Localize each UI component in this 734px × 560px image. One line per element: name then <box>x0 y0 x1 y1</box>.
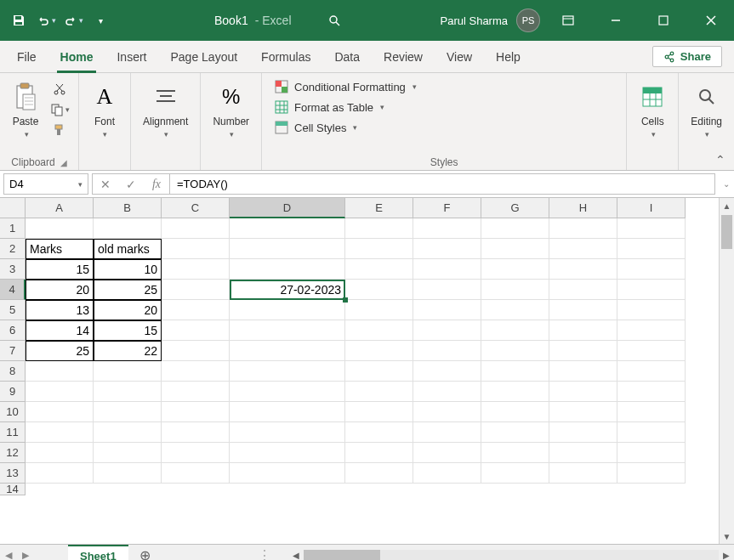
cell[interactable] <box>94 443 162 463</box>
row-header[interactable]: 10 <box>0 402 26 422</box>
cell[interactable] <box>162 361 230 382</box>
cell[interactable] <box>345 239 413 259</box>
cell[interactable] <box>617 300 686 320</box>
cell[interactable] <box>230 382 345 402</box>
tab-file[interactable]: File <box>5 41 48 73</box>
cell[interactable] <box>94 382 162 402</box>
tab-home[interactable]: Home <box>48 41 105 73</box>
cell[interactable] <box>162 402 230 422</box>
cell[interactable]: 22 <box>94 341 162 361</box>
number-button[interactable]: % Number▾ <box>208 76 254 142</box>
row-header[interactable]: 1 <box>0 218 26 239</box>
cell[interactable] <box>481 218 549 239</box>
cell[interactable] <box>413 218 481 239</box>
tab-review[interactable]: Review <box>372 41 435 73</box>
name-box[interactable]: D4 ▾ <box>3 173 88 195</box>
cell[interactable] <box>345 443 413 463</box>
cell[interactable] <box>549 422 617 443</box>
cell[interactable] <box>617 422 686 443</box>
format-as-table-button[interactable]: Format as Table▾ <box>269 97 422 117</box>
cell[interactable] <box>617 341 686 361</box>
cell[interactable] <box>481 259 549 280</box>
cell[interactable] <box>413 463 481 484</box>
qat-customize-icon[interactable]: ▾ <box>88 8 112 32</box>
cell[interactable] <box>345 320 413 341</box>
tab-help[interactable]: Help <box>484 41 532 73</box>
cell[interactable] <box>230 300 345 320</box>
enter-formula-icon[interactable]: ✓ <box>118 174 144 194</box>
cell[interactable] <box>26 422 94 443</box>
cell[interactable] <box>162 341 230 361</box>
cell[interactable] <box>26 463 94 484</box>
cell[interactable] <box>549 361 617 382</box>
cell[interactable] <box>617 402 686 422</box>
row-header[interactable]: 6 <box>0 320 26 341</box>
cell[interactable] <box>413 361 481 382</box>
cell[interactable]: 20 <box>26 280 94 300</box>
format-painter-icon[interactable] <box>49 121 70 139</box>
cell[interactable] <box>162 280 230 300</box>
cell[interactable] <box>549 239 617 259</box>
cell[interactable] <box>413 320 481 341</box>
cell[interactable] <box>413 300 481 320</box>
col-header-d[interactable]: D <box>230 198 345 218</box>
add-sheet-button[interactable]: ⊕ <box>135 547 156 560</box>
tab-formulas[interactable]: Formulas <box>249 41 322 73</box>
col-header-e[interactable]: E <box>345 198 413 218</box>
cell[interactable] <box>481 341 549 361</box>
cell[interactable] <box>617 259 686 280</box>
hscroll-thumb[interactable] <box>304 550 380 561</box>
cell[interactable] <box>617 361 686 382</box>
redo-icon[interactable]: ▾ <box>61 8 85 32</box>
copy-icon[interactable]: ▾ <box>49 100 70 119</box>
collapse-ribbon-icon[interactable]: ⌃ <box>715 153 725 167</box>
cell[interactable] <box>413 382 481 402</box>
cell[interactable] <box>617 280 686 300</box>
formula-input[interactable] <box>170 173 715 195</box>
cell[interactable] <box>162 320 230 341</box>
cell[interactable] <box>481 280 549 300</box>
close-button[interactable] <box>691 0 731 41</box>
cell[interactable] <box>162 300 230 320</box>
cell[interactable] <box>617 239 686 259</box>
tab-data[interactable]: Data <box>322 41 372 73</box>
user-avatar[interactable]: PS <box>516 8 540 32</box>
cell[interactable] <box>345 280 413 300</box>
row-header[interactable]: 4 <box>0 280 26 300</box>
cell[interactable]: 14 <box>26 320 94 341</box>
cell[interactable] <box>481 463 549 484</box>
cell[interactable] <box>345 341 413 361</box>
cell[interactable]: 13 <box>26 300 94 320</box>
tab-page-layout[interactable]: Page Layout <box>158 41 249 73</box>
cell[interactable] <box>230 422 345 443</box>
cell[interactable] <box>549 300 617 320</box>
scroll-right-icon[interactable]: ▶ <box>719 548 734 561</box>
horizontal-scrollbar[interactable]: ◀ ▶ <box>288 548 734 561</box>
cell[interactable] <box>94 218 162 239</box>
maximize-button[interactable] <box>644 0 683 41</box>
scroll-left-icon[interactable]: ◀ <box>288 548 304 561</box>
vscroll-thumb[interactable] <box>721 215 732 249</box>
cell[interactable] <box>617 463 686 484</box>
cell[interactable] <box>26 218 94 239</box>
cell-styles-button[interactable]: Cell Styles▾ <box>269 117 422 138</box>
cell[interactable] <box>481 239 549 259</box>
cut-icon[interactable] <box>49 80 70 99</box>
cell[interactable] <box>481 382 549 402</box>
share-button[interactable]: Share <box>652 46 722 67</box>
cell[interactable] <box>617 443 686 463</box>
cell[interactable] <box>26 443 94 463</box>
cell[interactable] <box>230 259 345 280</box>
cells-button[interactable]: Cells▾ <box>634 76 671 142</box>
editing-button[interactable]: Editing▾ <box>686 76 727 142</box>
cell[interactable] <box>413 280 481 300</box>
cell[interactable] <box>481 443 549 463</box>
cell[interactable]: Marks <box>26 239 94 259</box>
cell[interactable] <box>549 218 617 239</box>
row-header[interactable]: 9 <box>0 382 26 402</box>
cell[interactable] <box>230 239 345 259</box>
cell[interactable] <box>94 361 162 382</box>
cell[interactable]: 10 <box>94 259 162 280</box>
cell[interactable] <box>94 463 162 484</box>
cell[interactable] <box>230 218 345 239</box>
